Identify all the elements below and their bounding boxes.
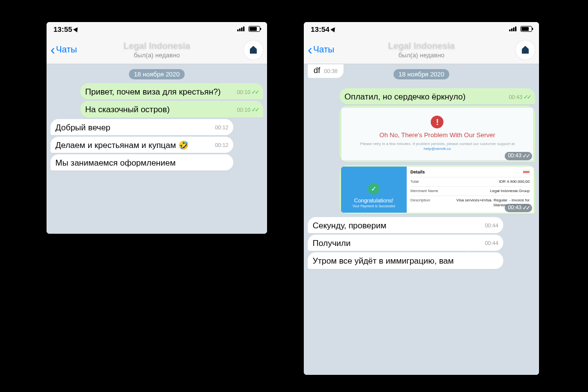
battery-icon	[520, 26, 532, 32]
chat-subtitle: был(а) недавно	[47, 51, 267, 59]
message-incoming[interactable]: Получили 00:44	[308, 235, 503, 251]
signal-icon	[509, 26, 516, 31]
house-icon	[522, 46, 529, 54]
message-time-overlay: 00:43✓✓	[505, 152, 532, 160]
status-bar: 13:54	[304, 22, 539, 36]
message-image-outgoing[interactable]: ✓ Congratulations! Your Payment Is Succe…	[340, 165, 535, 214]
message-text: Привет, почем виза для крестьян?)	[85, 87, 221, 97]
message-time: 00:43	[509, 94, 522, 101]
read-ticks-icon: ✓✓	[522, 152, 529, 160]
message-text: df	[314, 66, 320, 74]
chat-title: Legal Indonesia	[47, 41, 267, 51]
message-incoming[interactable]: Утром все уйдёт в иммиграцию, вам	[308, 252, 503, 269]
error-title: Oh No, There's Problem With Our Server	[346, 131, 528, 139]
detail-key: Merchant Name	[411, 189, 439, 194]
message-text: Мы занимаемся оформлением	[55, 158, 175, 168]
chat-subtitle: был(а) недавно	[304, 51, 539, 59]
message-incoming[interactable]: Мы занимаемся оформлением	[50, 154, 233, 171]
status-time: 13:55	[53, 25, 72, 33]
message-incoming[interactable]: Делаем и крестьянам и купцам 🤣 00:12	[50, 137, 233, 153]
chat-header: ‹ Чаты Legal Indonesia был(а) недавно	[304, 36, 539, 64]
message-outgoing[interactable]: На сказочный остров) 00:10✓✓	[80, 101, 263, 117]
chat-avatar[interactable]	[515, 40, 535, 60]
detail-val: IDR 4.900.000,00	[499, 179, 530, 184]
chat-scroll-area[interactable]: 18 ноября 2020 Привет, почем виза для кр…	[47, 64, 267, 234]
location-icon	[331, 25, 337, 32]
read-ticks-icon: ✓✓	[251, 89, 258, 96]
message-text: Оплатил, но сердечко ёркнуло)	[344, 92, 466, 101]
message-time: 00:10	[237, 107, 250, 114]
message-time-overlay: 00:43✓✓	[505, 204, 532, 212]
back-button[interactable]: ‹ Чаты	[50, 43, 77, 57]
message-incoming[interactable]: Секунду, проверим 00:44	[308, 217, 503, 233]
error-subtext: Please retry in a few minutes. If proble…	[346, 142, 528, 151]
phone-screenshot-left: 13:55 ‹ Чаты Legal Indonesia был(а) неда…	[47, 22, 267, 234]
congrats-sub: Your Payment Is Successful	[352, 204, 395, 209]
check-icon: ✓	[368, 183, 380, 195]
location-icon	[74, 25, 80, 32]
read-ticks-icon: ✓✓	[522, 204, 529, 212]
phone-screenshot-right: 13:54 ‹ Чаты Legal Indonesia был(а) неда…	[304, 22, 539, 375]
status-bar: 13:55	[47, 22, 267, 36]
chevron-left-icon: ‹	[308, 43, 312, 57]
flag-icon	[523, 170, 530, 174]
message-text: Утром все уйдёт в иммиграцию, вам	[313, 256, 454, 266]
signal-icon	[237, 26, 245, 31]
message-time: 00:38	[324, 68, 338, 74]
detail-key: Description	[411, 198, 430, 208]
message-text: Получили	[313, 239, 351, 248]
message-time: 00:12	[215, 124, 229, 131]
date-separator: 18 ноября 2020	[129, 69, 185, 79]
message-time: 00:44	[485, 240, 499, 247]
detail-val: Legal Indonesia Group	[490, 189, 530, 194]
details-heading: Details	[411, 170, 425, 175]
congrats-title: Congratulations!	[354, 197, 393, 204]
message-image-outgoing[interactable]: ! Oh No, There's Problem With Our Server…	[340, 106, 535, 162]
message-text: Секунду, проверим	[313, 221, 386, 230]
error-card: ! Oh No, There's Problem With Our Server…	[341, 107, 534, 160]
message-time: 00:10	[237, 89, 250, 96]
message-text: На сказочный остров)	[85, 105, 170, 114]
back-label: Чаты	[313, 45, 334, 55]
chevron-left-icon: ‹	[50, 43, 55, 57]
battery-icon	[248, 26, 260, 32]
message-time: 00:12	[215, 142, 229, 149]
alert-icon: !	[431, 116, 443, 128]
message-time: 00:44	[485, 222, 499, 229]
support-link[interactable]: help@xendit.co	[424, 147, 451, 151]
message-outgoing[interactable]: Оплатил, но сердечко ёркнуло) 00:43✓✓	[340, 88, 535, 104]
message-outgoing[interactable]: Привет, почем виза для крестьян?) 00:10✓…	[80, 83, 263, 99]
message-incoming[interactable]: df 00:38	[308, 64, 343, 78]
detail-key: Total	[411, 179, 419, 184]
message-incoming[interactable]: Добрый вечер 00:12	[50, 119, 233, 135]
read-ticks-icon: ✓✓	[251, 106, 258, 114]
chat-scroll-area[interactable]: df 00:38 18 ноября 2020 Оплатил, но серд…	[304, 64, 539, 375]
chat-avatar[interactable]	[244, 40, 263, 60]
chat-title: Legal Indonesia	[304, 41, 539, 51]
status-time: 13:54	[311, 25, 329, 33]
house-icon	[250, 46, 257, 54]
back-button[interactable]: ‹ Чаты	[308, 43, 334, 57]
date-separator: 18 ноября 2020	[393, 69, 449, 79]
message-text: Делаем и крестьянам и купцам 🤣	[55, 141, 189, 150]
read-ticks-icon: ✓✓	[523, 94, 530, 101]
chat-header: ‹ Чаты Legal Indonesia был(а) недавно	[47, 36, 267, 64]
message-text: Добрый вечер	[55, 123, 110, 132]
back-label: Чаты	[56, 45, 77, 55]
